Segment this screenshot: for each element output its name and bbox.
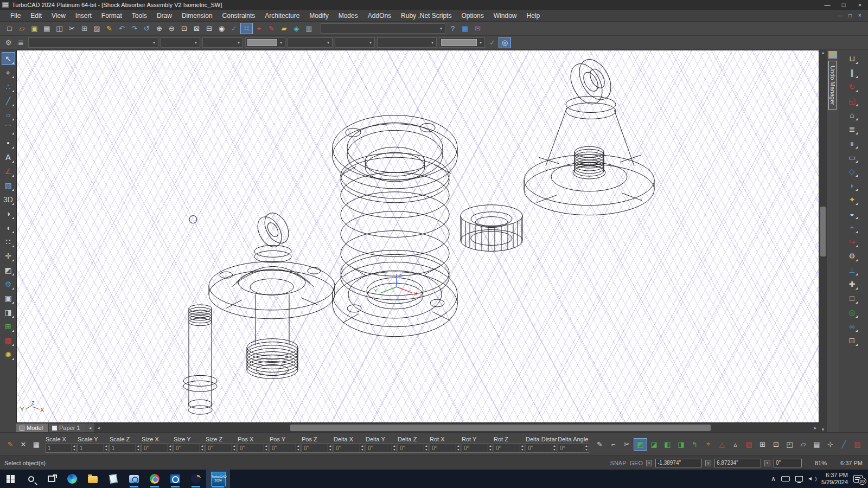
vertical-scrollbar[interactable]: ▴ ▾: [819, 50, 827, 432]
file-explorer-button[interactable]: [82, 470, 103, 488]
pick-point-icon[interactable]: ⌖: [701, 438, 715, 451]
undo-icon[interactable]: ↶: [116, 23, 128, 34]
redo-icon[interactable]: ↷: [128, 23, 141, 34]
menu-item[interactable]: Tools: [127, 11, 152, 21]
scale-figure-icon[interactable]: ▵: [729, 438, 742, 451]
hidden-icons-chevron-icon[interactable]: ∧: [771, 475, 776, 483]
open-folder-icon[interactable]: ▱: [16, 23, 28, 34]
inspector-column-field[interactable]: 0": [398, 444, 429, 453]
frame-select-tool-icon[interactable]: ⊡: [845, 334, 859, 347]
menu-item[interactable]: Insert: [71, 11, 97, 21]
tab-scroll-left-icon[interactable]: ◂: [86, 423, 95, 432]
firefox-button[interactable]: [186, 470, 206, 488]
vertical-scroll-thumb[interactable]: [820, 207, 826, 256]
select-tool-icon[interactable]: ↖: [2, 52, 15, 65]
menu-item[interactable]: Modes: [334, 11, 363, 21]
menu-item[interactable]: Help: [521, 11, 545, 21]
spinner-buttons[interactable]: [264, 444, 269, 452]
print-icon[interactable]: ▤: [41, 23, 53, 34]
notepad-button[interactable]: [103, 470, 124, 488]
zoom-selection-icon[interactable]: ◉: [215, 23, 228, 34]
node-edit-tool-icon[interactable]: ⌖: [2, 66, 15, 79]
snip-camera-button[interactable]: [124, 470, 144, 488]
spinner-buttons[interactable]: [136, 444, 141, 452]
shell-tool-icon[interactable]: ◓: [845, 221, 859, 234]
tab-paper-1[interactable]: Paper 1: [49, 423, 86, 432]
zoom-extents-icon[interactable]: ⊠: [190, 23, 203, 34]
resize-handles-icon[interactable]: ⊡: [769, 438, 783, 451]
minimize-button-icon[interactable]: —: [819, 0, 835, 10]
inspector-column-field[interactable]: 0°: [462, 444, 493, 453]
light-tool-icon[interactable]: ✺: [2, 348, 15, 361]
style-check-icon[interactable]: ✓: [486, 37, 499, 48]
loft-tool-icon[interactable]: ⌂: [845, 108, 859, 121]
notification-center-icon[interactable]: 20: [853, 475, 863, 483]
volume-icon[interactable]: [808, 476, 816, 482]
panel-tool-icon[interactable]: ▭: [845, 151, 859, 164]
spinner-buttons[interactable]: [168, 444, 173, 452]
deselect-icon[interactable]: ↰: [688, 438, 701, 451]
task-view-button[interactable]: [41, 470, 62, 488]
spinner-buttons[interactable]: [328, 444, 333, 452]
shapes-tool-icon[interactable]: ∎: [845, 137, 859, 150]
shear-icon[interactable]: ▱: [796, 438, 810, 451]
insert-block-icon[interactable]: ▰: [278, 23, 290, 34]
spinner-buttons[interactable]: [104, 444, 108, 452]
layers-tool-icon[interactable]: ≣: [845, 123, 859, 136]
x-coordinate-field[interactable]: [655, 459, 702, 467]
zoom-in-icon[interactable]: ⊕: [153, 23, 165, 34]
menu-item[interactable]: Architecture: [260, 11, 304, 21]
inspector-column-field[interactable]: 0": [142, 444, 173, 453]
spinner-buttons[interactable]: [392, 444, 397, 452]
inspector-pen-icon[interactable]: ✎: [4, 439, 16, 450]
select-inside-icon[interactable]: ◩: [634, 438, 647, 451]
spinner-buttons[interactable]: [520, 444, 525, 452]
z-coordinate-field[interactable]: [774, 459, 802, 467]
split-mode-icon[interactable]: ⌐: [607, 438, 620, 451]
inspector-column-field[interactable]: 0": [366, 444, 397, 453]
rotate-handles-icon[interactable]: ◰: [783, 438, 796, 451]
bend-tool-icon[interactable]: ↪: [845, 235, 859, 248]
extrude-tool-icon[interactable]: ⊔: [845, 52, 859, 65]
sweep-tool-icon[interactable]: ◖: [2, 221, 15, 234]
inspector-calculator-icon[interactable]: ▦: [30, 439, 42, 450]
zoom-page-icon[interactable]: ⊟: [203, 23, 215, 34]
scroll-right-arrow-icon[interactable]: ▸: [812, 425, 819, 431]
3d-object-tool-icon[interactable]: 3D: [2, 193, 15, 206]
target-snap-tool-icon[interactable]: ◎: [845, 306, 859, 319]
child-close-icon[interactable]: ×: [855, 12, 865, 18]
horizontal-scrollbar[interactable]: ◂ ▸: [95, 423, 820, 432]
menu-item[interactable]: Window: [489, 11, 522, 21]
move-handles-icon[interactable]: ⊞: [756, 438, 769, 451]
grid-snap-icon[interactable]: ∷: [240, 23, 253, 34]
block-tool-icon[interactable]: □: [845, 292, 859, 305]
link-nodes-tool-icon[interactable]: ∞: [845, 320, 859, 333]
dimension-tool-icon[interactable]: ∠: [2, 165, 15, 178]
arc-tool-icon[interactable]: ⌒: [2, 123, 15, 136]
scroll-up-arrow-icon[interactable]: ▴: [819, 50, 827, 55]
settings-gear-icon[interactable]: ⚙: [2, 37, 15, 48]
circle-tool-icon[interactable]: ○: [2, 108, 15, 121]
rotate-sweep-tool-icon[interactable]: ↻: [845, 80, 859, 93]
sketch-tool-icon[interactable]: ∴: [2, 80, 15, 93]
menu-item[interactable]: Modify: [304, 11, 333, 21]
line-tool-icon[interactable]: ╱: [2, 94, 15, 107]
transform-box-tool-icon[interactable]: ◱: [845, 94, 859, 107]
inspector-column-field[interactable]: 1: [110, 444, 141, 453]
measure-line-icon[interactable]: ╱: [837, 438, 851, 451]
menu-item[interactable]: Dimension: [177, 11, 218, 21]
turbocad-taskbar-button[interactable]: TurboCAD 2024: [206, 470, 230, 488]
magic-wand-tool-icon[interactable]: ✦: [845, 193, 859, 206]
coincident-circles-icon[interactable]: ◎: [499, 37, 511, 48]
material-combo[interactable]: ▾: [439, 37, 485, 48]
format-painter-icon[interactable]: ✎: [103, 23, 116, 34]
selection-info-combo[interactable]: ▾: [321, 23, 445, 34]
select-crossing-icon[interactable]: ◧: [661, 438, 674, 451]
print-preview-icon[interactable]: ◫: [53, 23, 66, 34]
menu-item[interactable]: Draw: [152, 11, 177, 21]
pattern-combo[interactable]: ▾: [288, 37, 333, 48]
degenerate-warning-icon[interactable]: △: [715, 438, 729, 451]
child-restore-icon[interactable]: □: [845, 12, 855, 18]
mirror-copy-icon[interactable]: ▨: [851, 438, 864, 451]
linestyle-combo[interactable]: ▾: [161, 37, 200, 48]
